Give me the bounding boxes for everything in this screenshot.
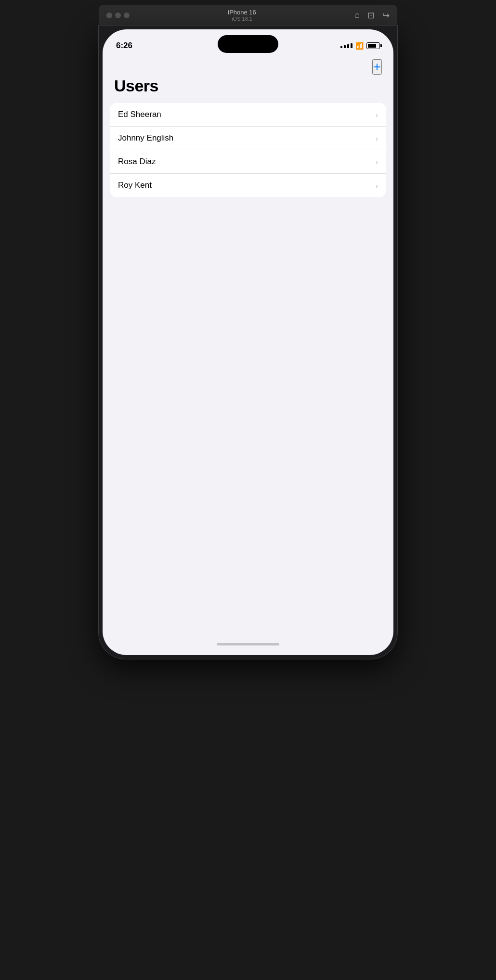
chevron-right-icon: › bbox=[376, 181, 378, 190]
navigation-bar: + bbox=[103, 55, 393, 77]
list-item-johnny-english[interactable]: Johnny English › bbox=[110, 127, 386, 150]
chevron-right-icon: › bbox=[376, 111, 378, 119]
users-list: Ed Sheeran › Johnny English › Rosa Diaz … bbox=[110, 103, 386, 197]
status-right-icons: 📶 bbox=[340, 42, 380, 50]
screenshot-icon[interactable]: ⊡ bbox=[367, 10, 375, 21]
toolbar-dot-2 bbox=[115, 13, 121, 18]
wifi-icon: 📶 bbox=[355, 42, 364, 50]
battery-icon bbox=[366, 42, 380, 49]
chevron-right-icon: › bbox=[376, 134, 378, 142]
home-indicator bbox=[103, 633, 393, 651]
user-name-ed-sheeran: Ed Sheeran bbox=[118, 110, 161, 119]
toolbar-dot-1 bbox=[106, 13, 112, 18]
ios-version: iOS 18.1 bbox=[232, 16, 252, 22]
device-name: iPhone 16 bbox=[228, 9, 256, 16]
toolbar-dot-3 bbox=[124, 13, 130, 18]
home-icon[interactable]: ⌂ bbox=[354, 10, 360, 20]
simulator-toolbar: iPhone 16 iOS 18.1 ⌂ ⊡ ↪ bbox=[99, 5, 397, 26]
iphone-frame: 6:26 📶 + Us bbox=[99, 26, 397, 659]
toolbar-dots bbox=[106, 13, 130, 18]
toolbar-device-info: iPhone 16 iOS 18.1 bbox=[135, 9, 349, 22]
user-name-johnny-english: Johnny English bbox=[118, 133, 173, 143]
chevron-right-icon: › bbox=[376, 158, 378, 166]
page-title: Users bbox=[103, 77, 393, 103]
rotate-icon[interactable]: ↪ bbox=[382, 10, 390, 21]
list-item-rosa-diaz[interactable]: Rosa Diaz › bbox=[110, 150, 386, 174]
add-button[interactable]: + bbox=[372, 59, 382, 75]
iphone-screen: 6:26 📶 + Us bbox=[103, 29, 393, 655]
battery-fill bbox=[368, 44, 376, 48]
home-bar bbox=[217, 643, 279, 645]
user-name-rosa-diaz: Rosa Diaz bbox=[118, 157, 156, 167]
status-time: 6:26 bbox=[116, 41, 132, 51]
dynamic-island bbox=[218, 35, 278, 53]
list-item-roy-kent[interactable]: Roy Kent › bbox=[110, 174, 386, 197]
user-name-roy-kent: Roy Kent bbox=[118, 181, 152, 190]
list-item-ed-sheeran[interactable]: Ed Sheeran › bbox=[110, 103, 386, 127]
toolbar-icons: ⌂ ⊡ ↪ bbox=[354, 10, 390, 21]
signal-icon bbox=[340, 43, 352, 48]
